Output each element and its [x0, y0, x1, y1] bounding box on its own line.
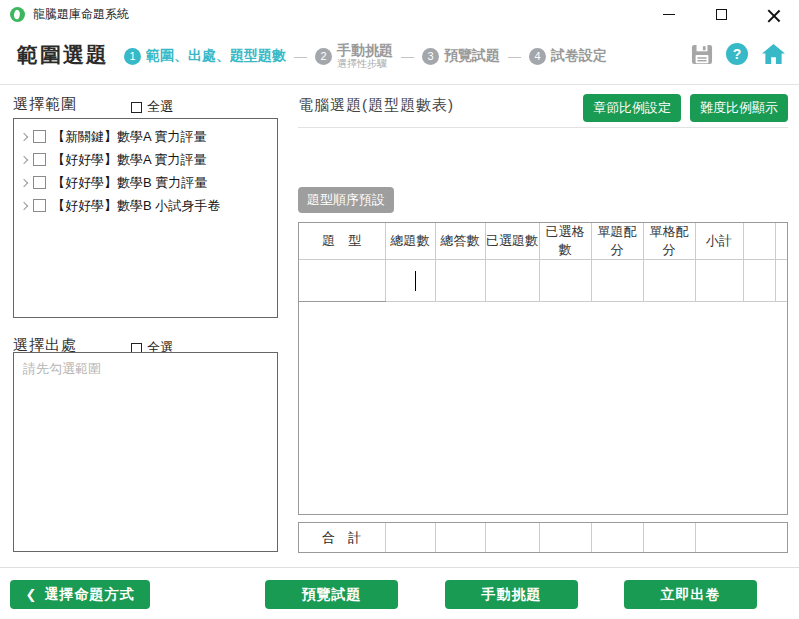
col-header-total-answers: 總答數 — [435, 223, 485, 260]
step-4-label: 試卷設定 — [551, 47, 607, 65]
col-header-selected-questions: 已選題數 — [485, 223, 539, 260]
minimize-icon — [663, 14, 675, 15]
col-header-empty — [775, 223, 787, 260]
chapter-ratio-button[interactable]: 章節比例設定 — [583, 94, 681, 122]
total-value-cell — [591, 523, 643, 552]
step-2-sublabel: 選擇性步驟 — [337, 58, 393, 70]
range-select-all-checkbox[interactable] — [131, 102, 142, 113]
footer-divider — [0, 567, 799, 568]
col-header-points-per-question: 單題配分 — [591, 223, 643, 260]
col-header-total-questions: 總題數 — [385, 223, 435, 260]
page-header: 範圍選題 1 範圍、出處、題型題數 — 2 手動挑題 選擇性步驟 — 3 預覽試… — [0, 28, 799, 85]
app-logo-icon — [10, 7, 25, 22]
step-1-label: 範圍、出處、題型題數 — [146, 47, 286, 65]
header-icons: ? — [691, 43, 786, 65]
help-glyph: ? — [733, 46, 742, 62]
step-separator: — — [508, 49, 521, 64]
maximize-button[interactable] — [695, 0, 747, 28]
generate-paper-button[interactable]: 立即出卷 — [624, 580, 757, 609]
range-select-all[interactable]: 全選 — [131, 98, 173, 116]
window-controls — [643, 0, 799, 28]
step-3-number: 3 — [422, 48, 439, 65]
range-item-label: 【好好學】數學A 實力評量 — [52, 151, 207, 169]
help-icon[interactable]: ? — [726, 43, 748, 65]
minimize-button[interactable] — [643, 0, 695, 28]
range-section-heading: 選擇範圍 — [13, 95, 77, 114]
cell-total-answers[interactable] — [435, 260, 485, 302]
range-tree-item[interactable]: 【新關鍵】數學A 實力評量 — [14, 125, 277, 148]
question-type-table: 題 型 總題數 總答數 已選題數 已選格數 單題配分 單格配分 小計 — [298, 222, 788, 515]
type-order-default-button[interactable]: 題型順序預設 — [298, 187, 394, 213]
text-caret — [415, 271, 417, 291]
cell-total-questions-input[interactable] — [385, 260, 435, 302]
cell-question-type[interactable] — [299, 260, 385, 302]
range-item-label: 【好好學】數學B 實力評量 — [52, 174, 207, 192]
expand-chevron-icon[interactable] — [20, 201, 28, 209]
step-4-paper-settings: 4 試卷設定 — [529, 47, 607, 65]
total-value-cell — [539, 523, 591, 552]
step-separator: — — [294, 49, 307, 64]
step-4-number: 4 — [529, 48, 546, 65]
range-item-label: 【新關鍵】數學A 實力評量 — [52, 128, 207, 146]
step-1-range: 1 範圍、出處、題型題數 — [124, 47, 286, 65]
source-list: 請先勾選範圍 — [13, 352, 278, 552]
table-empty-row — [299, 260, 787, 302]
range-item-checkbox[interactable] — [33, 176, 46, 189]
step-2-manual-pick: 2 手動挑題 選擇性步驟 — [315, 42, 393, 70]
cell-points-per-blank[interactable] — [643, 260, 695, 302]
total-value-cell — [695, 523, 787, 552]
col-header-question-type: 題 型 — [299, 223, 385, 260]
page-title: 範圍選題 — [17, 41, 109, 69]
app-title: 龍騰題庫命題系統 — [33, 6, 129, 23]
expand-chevron-icon[interactable] — [20, 178, 28, 186]
step-2-label: 手動挑題 — [337, 42, 393, 58]
cell-subtotal[interactable] — [695, 260, 743, 302]
step-separator: — — [401, 49, 414, 64]
range-tree-item[interactable]: 【好好學】數學A 實力評量 — [14, 148, 277, 171]
col-header-empty — [743, 223, 775, 260]
total-row-table: 合 計 — [298, 522, 788, 553]
col-header-points-per-blank: 單格配分 — [643, 223, 695, 260]
step-3-label: 預覽試題 — [444, 47, 500, 65]
back-to-method-button[interactable]: ❮ 選擇命題方式 — [10, 580, 150, 609]
back-button-label: 選擇命題方式 — [44, 586, 134, 604]
cell-selected-blanks[interactable] — [539, 260, 591, 302]
range-item-checkbox[interactable] — [33, 199, 46, 212]
total-row: 合 計 — [299, 523, 787, 552]
step-indicator: 1 範圍、出處、題型題數 — 2 手動挑題 選擇性步驟 — 3 預覽試題 — 4… — [124, 28, 607, 84]
range-tree-item[interactable]: 【好好學】數學B 小試身手卷 — [14, 194, 277, 217]
preview-exam-button[interactable]: 預覽試題 — [265, 580, 398, 609]
cell-empty — [775, 260, 787, 302]
source-placeholder-text: 請先勾選範圍 — [14, 353, 277, 385]
range-item-label: 【好好學】數學B 小試身手卷 — [52, 197, 220, 215]
total-label-cell: 合 計 — [299, 523, 385, 552]
maximize-icon — [716, 9, 727, 20]
difficulty-ratio-button[interactable]: 難度比例顯示 — [690, 94, 788, 122]
col-header-selected-blanks: 已選格數 — [539, 223, 591, 260]
total-value-cell — [435, 523, 485, 552]
range-tree-item[interactable]: 【好好學】數學B 實力評量 — [14, 171, 277, 194]
range-item-checkbox[interactable] — [33, 153, 46, 166]
close-button[interactable] — [747, 0, 799, 28]
range-tree: 【新關鍵】數學A 實力評量 【好好學】數學A 實力評量 【好好學】數學B 實力評… — [13, 118, 278, 318]
expand-chevron-icon[interactable] — [20, 132, 28, 140]
ratio-buttons: 章節比例設定 難度比例顯示 — [583, 94, 788, 122]
step-3-preview: 3 預覽試題 — [422, 47, 500, 65]
total-value-cell — [485, 523, 539, 552]
save-icon[interactable] — [691, 44, 713, 65]
manual-pick-button[interactable]: 手動挑題 — [445, 580, 578, 609]
col-header-subtotal: 小計 — [695, 223, 743, 260]
cell-selected-questions[interactable] — [485, 260, 539, 302]
step-2-number: 2 — [315, 48, 332, 65]
table-header-row: 題 型 總題數 總答數 已選題數 已選格數 單題配分 單格配分 小計 — [299, 223, 787, 260]
home-icon[interactable] — [761, 43, 786, 65]
cell-empty — [743, 260, 775, 302]
back-chevron-icon: ❮ — [26, 587, 38, 602]
total-value-cell — [385, 523, 435, 552]
range-item-checkbox[interactable] — [33, 130, 46, 143]
expand-chevron-icon[interactable] — [20, 155, 28, 163]
cell-points-per-question[interactable] — [591, 260, 643, 302]
step-1-number: 1 — [124, 48, 141, 65]
close-icon — [767, 8, 780, 21]
range-select-all-label: 全選 — [147, 98, 173, 116]
